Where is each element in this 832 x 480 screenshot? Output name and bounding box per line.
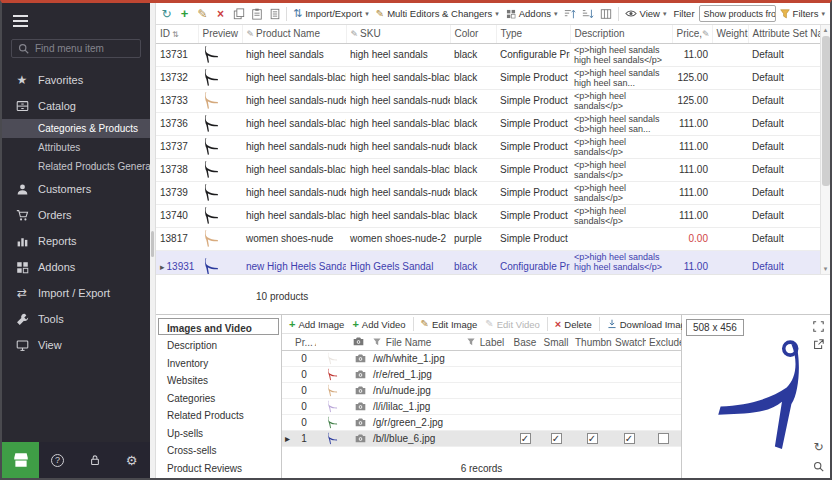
image-row[interactable]: ▸1/b/l/blue_6.jpg✓✓✓✓ xyxy=(282,431,681,447)
product-row[interactable]: 13736high heel sandals-black-36high heel… xyxy=(156,112,820,135)
row-expander[interactable] xyxy=(282,367,292,383)
column-header-sku[interactable]: ✎SKU xyxy=(346,25,450,43)
product-row[interactable]: 13739high heel sandals-nude-37high heel … xyxy=(156,181,820,204)
checkbox-small[interactable] xyxy=(540,367,572,383)
column-header-attribute-set[interactable]: Attribute Set Name xyxy=(748,25,820,43)
sidebar-splitter[interactable] xyxy=(150,3,156,478)
row-expander[interactable] xyxy=(282,415,292,431)
tab-inventory[interactable]: Inventory xyxy=(158,353,279,370)
product-image[interactable] xyxy=(682,315,830,478)
menu-search-input[interactable] xyxy=(35,43,135,54)
row-expander[interactable] xyxy=(282,399,292,415)
checkbox-swatch[interactable] xyxy=(612,399,646,415)
row-expander-icon[interactable]: ▸ xyxy=(160,262,165,272)
open-external-button[interactable] xyxy=(811,337,826,352)
edit-product-button[interactable]: ✎ xyxy=(194,5,211,23)
addons-menu-button[interactable]: Addons ▾ xyxy=(503,5,561,23)
sort-ascending-button[interactable] xyxy=(562,5,579,23)
column-header-swatch[interactable]: Swatch xyxy=(612,334,646,351)
sidebar-item-related-products-generator[interactable]: Related Products Generator xyxy=(2,157,150,176)
category-filter-select[interactable]: Show products from selected categories ▾ xyxy=(699,5,776,22)
column-header-color[interactable]: Color xyxy=(450,25,496,43)
menu-search-box[interactable] xyxy=(11,39,141,58)
copy-button[interactable] xyxy=(230,5,247,23)
sidebar-item-catalog[interactable]: Catalog xyxy=(2,93,150,119)
sidebar-item-reports[interactable]: Reports xyxy=(2,228,150,254)
vertical-scrollbar[interactable]: ▴ ▾ xyxy=(820,25,830,274)
hamburger-menu-button[interactable] xyxy=(2,3,150,36)
column-header-description[interactable]: Description xyxy=(570,25,672,43)
checkbox-base[interactable] xyxy=(510,367,540,383)
tab-up-sells[interactable]: Up-sells xyxy=(158,423,279,440)
sidebar-item-favorites[interactable]: ★ Favorites xyxy=(2,67,150,93)
swatch-checkbox[interactable]: ✓ xyxy=(624,433,635,444)
column-header-type[interactable]: Type xyxy=(496,25,570,43)
sidebar-item-categories-products[interactable]: Categories & Products xyxy=(2,119,150,138)
image-row[interactable]: 0/w/h/white_1.jpg xyxy=(282,351,681,367)
edit-image-button[interactable]: ✎Edit Image xyxy=(418,315,481,333)
small-checkbox[interactable]: ✓ xyxy=(551,433,562,444)
sidebar-item-view[interactable]: View xyxy=(2,332,150,358)
image-row[interactable]: 0/n/u/nude.jpg xyxy=(282,383,681,399)
column-header-position[interactable]: Pr...▴ xyxy=(292,334,316,351)
sort-descending-button[interactable] xyxy=(580,5,597,23)
column-header-weight[interactable]: Weight xyxy=(712,25,748,43)
product-row[interactable]: 13817women shoes-nudewomen shoes-nude-2p… xyxy=(156,227,820,250)
tab-cross-sells[interactable]: Cross-sells xyxy=(158,440,279,457)
checkbox-thumbnail[interactable] xyxy=(572,383,612,399)
product-row[interactable]: 13738high heel sandals-black-37high heel… xyxy=(156,158,820,181)
zoom-button[interactable] xyxy=(811,459,826,474)
add-product-button[interactable]: + xyxy=(176,5,193,23)
sidebar-item-import-export[interactable]: ⇄ Import / Export xyxy=(2,280,150,306)
row-expander[interactable] xyxy=(282,351,292,367)
row-expander[interactable] xyxy=(282,383,292,399)
column-header-small[interactable]: Small xyxy=(540,334,572,351)
checkbox-swatch[interactable] xyxy=(612,351,646,367)
sidebar-item-tools[interactable]: Tools xyxy=(2,306,150,332)
splitter-handle[interactable] xyxy=(151,231,154,257)
thumbnail-checkbox[interactable]: ✓ xyxy=(587,433,598,444)
tab-related-products[interactable]: Related Products xyxy=(158,405,279,422)
tab-websites[interactable]: Websites xyxy=(158,370,279,387)
multi-editors-menu-button[interactable]: ✎ Multi Editors & Changers ▾ xyxy=(373,5,502,23)
paste-button[interactable] xyxy=(248,5,265,23)
checkbox-thumbnail[interactable]: ✓ xyxy=(572,431,612,447)
filters-menu-button[interactable]: Filters ▾ xyxy=(777,5,828,23)
add-video-button[interactable]: +Add Video xyxy=(349,315,408,333)
column-header-file-name[interactable]: File Name xyxy=(370,334,464,351)
product-row[interactable]: 13733high heel sandals-nudehigh heel san… xyxy=(156,89,820,112)
sidebar-item-orders[interactable]: Orders xyxy=(2,202,150,228)
tab-description[interactable]: Description xyxy=(158,335,279,352)
edit-video-button[interactable]: ✎Edit Video xyxy=(482,315,543,333)
column-header-base[interactable]: Base xyxy=(510,334,540,351)
sidebar-item-attributes[interactable]: Attributes xyxy=(2,138,150,157)
store-manager-logo[interactable] xyxy=(2,442,39,478)
column-header-preview[interactable]: Preview xyxy=(198,25,242,43)
scrollbar-thumb[interactable] xyxy=(822,36,830,186)
checkbox-exclude[interactable] xyxy=(646,431,681,447)
column-header-product-name[interactable]: ✎Product Name xyxy=(242,25,346,43)
image-row[interactable]: 0/g/r/green_2.jpg xyxy=(282,415,681,431)
checkbox-exclude[interactable] xyxy=(646,399,681,415)
checkbox-thumbnail[interactable] xyxy=(572,399,612,415)
rotate-button[interactable]: ↻ xyxy=(811,439,826,454)
settings-button[interactable]: ⚙ xyxy=(124,452,140,468)
checkbox-base[interactable]: ✓ xyxy=(510,431,540,447)
column-header-image-preview[interactable] xyxy=(316,334,350,351)
checkbox-base[interactable] xyxy=(510,399,540,415)
tab-categories[interactable]: Categories xyxy=(158,388,279,405)
column-header-label[interactable]: Label xyxy=(464,334,510,351)
product-row[interactable]: 13737high heel sandals-nude-36high heel … xyxy=(156,135,820,158)
tab-images-and-video[interactable]: Images and Video xyxy=(158,318,279,335)
checkbox-base[interactable] xyxy=(510,351,540,367)
checkbox-swatch[interactable] xyxy=(612,383,646,399)
checkbox-exclude[interactable] xyxy=(646,351,681,367)
checkbox-base[interactable] xyxy=(510,415,540,431)
checkbox-small[interactable] xyxy=(540,399,572,415)
image-row[interactable]: 0/l/i/lilac_1.jpg xyxy=(282,399,681,415)
checkbox-small[interactable] xyxy=(540,351,572,367)
checkbox-base[interactable] xyxy=(510,383,540,399)
checkbox-swatch[interactable] xyxy=(612,415,646,431)
checkbox-small[interactable]: ✓ xyxy=(540,431,572,447)
product-row[interactable]: 13731high heel sandalshigh heel sandalsb… xyxy=(156,43,820,66)
